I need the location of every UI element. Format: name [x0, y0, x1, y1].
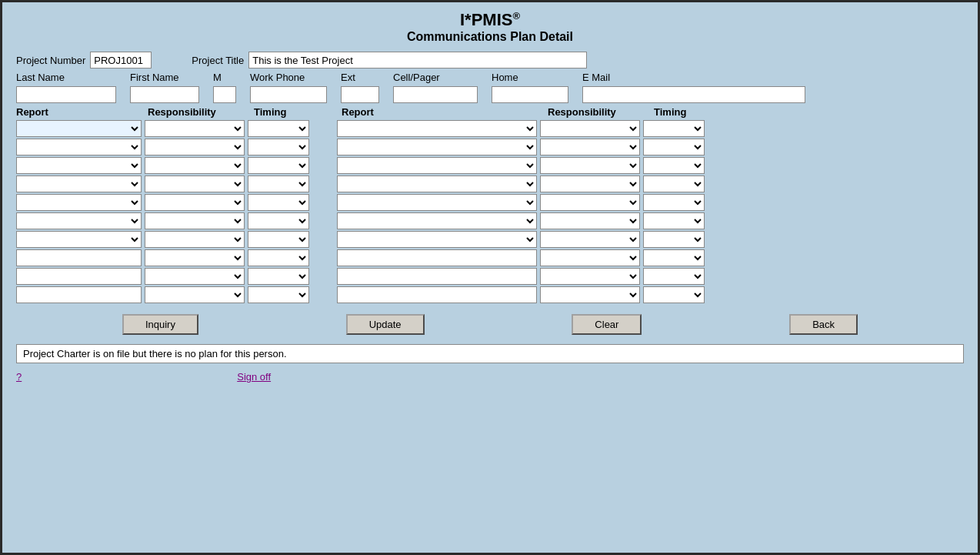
column-headers: Report Responsibility Timing Report Resp…: [16, 106, 964, 118]
timing-1-5[interactable]: [248, 194, 309, 211]
report-text-2-8[interactable]: [337, 249, 537, 266]
report-2-2[interactable]: [337, 139, 537, 155]
home-label: Home: [492, 72, 568, 83]
clear-button[interactable]: Clear: [572, 314, 642, 335]
resp-1-7[interactable]: [145, 231, 245, 248]
col-responsibility-1: Responsibility: [148, 106, 251, 118]
report-1-7[interactable]: [16, 231, 142, 248]
person-labels-row: Last Name First Name M Work Phone Ext Ce…: [16, 72, 964, 83]
report-text-1-10[interactable]: [16, 286, 142, 303]
resp-2-9[interactable]: [540, 268, 640, 285]
report-2-6[interactable]: [337, 212, 537, 229]
timing-2-4[interactable]: [643, 176, 705, 192]
app-trademark: ®: [512, 10, 520, 22]
report-2-1[interactable]: [337, 120, 537, 137]
timing-1-2[interactable]: [248, 139, 309, 155]
timing-1-6[interactable]: [248, 212, 309, 229]
resp-2-6[interactable]: [540, 212, 640, 229]
resp-1-3[interactable]: [145, 157, 245, 174]
app-subtitle: Communications Plan Detail: [2, 30, 978, 44]
resp-1-10[interactable]: [145, 286, 245, 303]
timing-1-7[interactable]: [248, 231, 309, 248]
timing-1-9[interactable]: [248, 268, 309, 285]
timing-2-5[interactable]: [643, 194, 705, 211]
dropdown-row-3: [16, 157, 964, 174]
timing-2-1[interactable]: [643, 120, 705, 137]
project-title-input[interactable]: [248, 52, 587, 69]
report-1-3[interactable]: [16, 157, 142, 174]
inquiry-button[interactable]: Inquiry: [122, 314, 198, 335]
resp-2-5[interactable]: [540, 194, 640, 211]
resp-1-1[interactable]: [145, 120, 245, 137]
resp-1-8[interactable]: [145, 249, 245, 266]
resp-1-5[interactable]: [145, 194, 245, 211]
dropdown-row-4: [16, 176, 964, 192]
report-1-5[interactable]: [16, 194, 142, 211]
project-number-input[interactable]: [90, 52, 152, 69]
dropdown-rows-grid: [16, 120, 964, 303]
mi-input[interactable]: [213, 86, 236, 103]
status-bar: Project Charter is on file but there is …: [16, 344, 964, 363]
app-container: I*PMIS® Communications Plan Detail Proje…: [0, 0, 980, 555]
ext-input[interactable]: [341, 86, 379, 103]
report-text-2-9[interactable]: [337, 268, 537, 285]
update-button[interactable]: Update: [346, 314, 425, 335]
timing-1-4[interactable]: [248, 176, 309, 192]
home-input[interactable]: [492, 86, 568, 103]
timing-2-9[interactable]: [643, 268, 705, 285]
dropdown-row-1: [16, 120, 964, 137]
resp-2-4[interactable]: [540, 176, 640, 192]
resp-1-9[interactable]: [145, 268, 245, 285]
work-phone-label: Work Phone: [250, 72, 327, 83]
footer: ? Sign off: [2, 366, 978, 387]
report-2-7[interactable]: [337, 231, 537, 248]
timing-2-6[interactable]: [643, 212, 705, 229]
first-name-input[interactable]: [130, 86, 199, 103]
back-button[interactable]: Back: [789, 314, 858, 335]
resp-2-10[interactable]: [540, 286, 640, 303]
timing-2-7[interactable]: [643, 231, 705, 248]
resp-2-1[interactable]: [540, 120, 640, 137]
resp-1-6[interactable]: [145, 212, 245, 229]
resp-2-2[interactable]: [540, 139, 640, 155]
dropdown-row-6: [16, 212, 964, 229]
timing-2-10[interactable]: [643, 286, 705, 303]
report-text-2-10[interactable]: [337, 286, 537, 303]
resp-1-4[interactable]: [145, 176, 245, 192]
report-1-2[interactable]: [16, 139, 142, 155]
timing-1-1[interactable]: [248, 120, 309, 137]
col-report-1: Report: [16, 106, 145, 118]
work-phone-input[interactable]: [250, 86, 327, 103]
timing-2-8[interactable]: [643, 249, 705, 266]
dropdown-row-10: [16, 286, 964, 303]
last-name-label: Last Name: [16, 72, 116, 83]
resp-2-3[interactable]: [540, 157, 640, 174]
email-input[interactable]: [582, 86, 805, 103]
timing-1-10[interactable]: [248, 286, 309, 303]
help-link[interactable]: ?: [16, 371, 22, 383]
report-1-1[interactable]: [16, 120, 142, 137]
report-2-4[interactable]: [337, 176, 537, 192]
first-name-label: First Name: [130, 72, 199, 83]
report-2-5[interactable]: [337, 194, 537, 211]
timing-2-2[interactable]: [643, 139, 705, 155]
resp-1-2[interactable]: [145, 139, 245, 155]
report-2-3[interactable]: [337, 157, 537, 174]
resp-2-8[interactable]: [540, 249, 640, 266]
resp-2-7[interactable]: [540, 231, 640, 248]
app-title-text: I*PMIS: [460, 10, 512, 29]
cell-input[interactable]: [393, 86, 478, 103]
timing-1-3[interactable]: [248, 157, 309, 174]
report-1-6[interactable]: [16, 212, 142, 229]
report-text-1-8[interactable]: [16, 249, 142, 266]
project-title-label: Project Title: [192, 55, 244, 66]
report-1-4[interactable]: [16, 176, 142, 192]
app-title: I*PMIS®: [2, 10, 978, 30]
timing-2-3[interactable]: [643, 157, 705, 174]
dropdown-row-5: [16, 194, 964, 211]
last-name-input[interactable]: [16, 86, 116, 103]
signoff-link[interactable]: Sign off: [237, 371, 271, 383]
dropdowns-section: Report Responsibility Timing Report Resp…: [2, 106, 978, 303]
timing-1-8[interactable]: [248, 249, 309, 266]
report-text-1-9[interactable]: [16, 268, 142, 285]
